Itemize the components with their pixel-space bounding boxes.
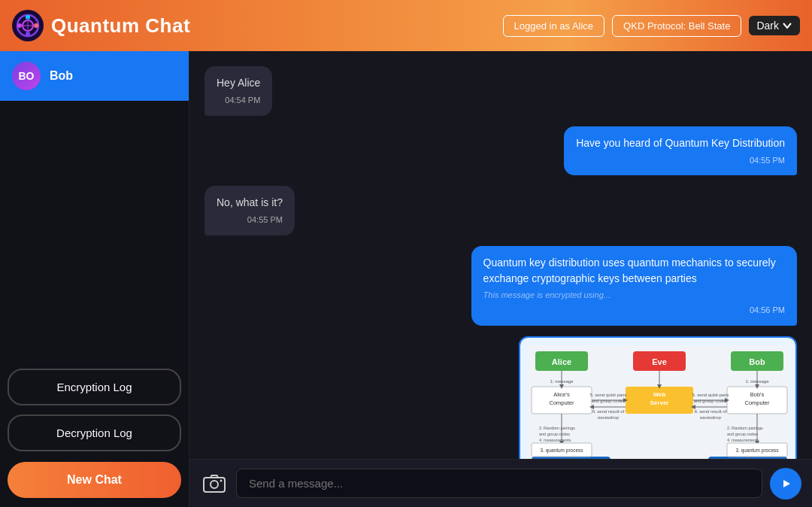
avatar-bob: BO bbox=[12, 62, 41, 90]
bubble-time-3: 04:55 PM bbox=[217, 214, 283, 226]
svg-text:Computer: Computer bbox=[745, 399, 770, 406]
svg-text:Bob: Bob bbox=[749, 357, 765, 366]
logged-in-badge: Logged in as Alice bbox=[503, 15, 605, 37]
bubble-text-3: No, what is it? bbox=[217, 195, 283, 211]
bubble-text-1: Hey Alice bbox=[217, 75, 260, 91]
svg-text:Web: Web bbox=[653, 391, 666, 398]
svg-text:4. measurements: 4. measurements bbox=[539, 438, 571, 442]
app-logo-icon bbox=[12, 10, 44, 41]
theme-label: Dark bbox=[756, 20, 779, 32]
chat-area: Hey Alice 04:54 PM Have you heard of Qua… bbox=[189, 51, 812, 507]
message-row-1: Hey Alice 04:54 PM bbox=[205, 66, 797, 116]
svg-text:and group codes: and group codes bbox=[694, 399, 728, 403]
input-bar bbox=[189, 459, 812, 507]
bubble-text-2: Have you heard of Quantum Key Distributi… bbox=[576, 135, 785, 151]
svg-text:2. Random pairings: 2. Random pairings bbox=[727, 426, 763, 430]
svg-text:6. send result of: 6. send result of bbox=[695, 409, 727, 414]
svg-text:Alice: Alice bbox=[552, 357, 571, 366]
svg-point-64 bbox=[211, 481, 218, 488]
svg-text:Alice's: Alice's bbox=[553, 391, 570, 398]
camera-icon bbox=[203, 474, 226, 493]
qkd-diagram-container: Alice Eve Bob Alice's Computer bbox=[520, 338, 795, 460]
bubble-1: Hey Alice 04:54 PM bbox=[205, 66, 272, 116]
svg-text:and group codes: and group codes bbox=[727, 432, 758, 436]
svg-text:1: message: 1: message bbox=[550, 379, 574, 384]
contact-item-bob[interactable]: BO Bob bbox=[0, 51, 189, 101]
new-chat-button[interactable]: New Chat bbox=[8, 462, 181, 498]
app-title: Quantum Chat bbox=[51, 14, 190, 38]
chevron-down-icon bbox=[782, 20, 792, 31]
svg-text:Eve: Eve bbox=[652, 357, 667, 366]
svg-text:and group codes: and group codes bbox=[592, 399, 626, 403]
svg-text:3. quantum process: 3. quantum process bbox=[735, 448, 779, 454]
send-button[interactable] bbox=[770, 468, 801, 499]
svg-text:2. Random pairings: 2. Random pairings bbox=[539, 426, 575, 430]
send-icon bbox=[778, 476, 793, 491]
contact-name-bob: Bob bbox=[50, 69, 73, 83]
qkd-diagram-bubble: Alice Eve Bob Alice's Computer bbox=[519, 336, 797, 460]
header-right-section: Logged in as Alice QKD Protocol: Bell St… bbox=[503, 15, 800, 37]
logo-container: Quantum Chat bbox=[12, 10, 190, 41]
svg-text:and group codes: and group codes bbox=[539, 432, 570, 436]
main-content: BO Bob Encryption Log Decryption Log New… bbox=[0, 51, 812, 507]
messages-container: Hey Alice 04:54 PM Have you heard of Qua… bbox=[189, 51, 812, 459]
bubble-2: Have you heard of Quantum Key Distributi… bbox=[564, 126, 797, 176]
svg-text:5. send qubit pairs: 5. send qubit pairs bbox=[692, 393, 729, 397]
message-row-4: Quantum key distribution uses quantum me… bbox=[205, 246, 797, 326]
bubble-text-4: Quantum key distribution uses quantum me… bbox=[483, 255, 785, 287]
bubble-time-1: 04:54 PM bbox=[217, 94, 260, 107]
svg-text:5. send qubit pairs: 5. send qubit pairs bbox=[589, 393, 626, 397]
svg-text:Bob's: Bob's bbox=[750, 391, 765, 398]
camera-button[interactable] bbox=[200, 469, 229, 498]
message-row-3: No, what is it? 04:55 PM bbox=[205, 186, 797, 235]
bubble-3: No, what is it? 04:55 PM bbox=[205, 186, 295, 235]
message-input[interactable] bbox=[236, 469, 762, 498]
svg-text:Server: Server bbox=[650, 399, 669, 406]
sidebar-buttons: Encryption Log Decryption Log New Chat bbox=[0, 364, 189, 507]
decryption-log-button[interactable]: Decryption Log bbox=[8, 414, 181, 451]
app-header: Quantum Chat Logged in as Alice QKD Prot… bbox=[0, 0, 812, 51]
bubble-time-4: 04:56 PM bbox=[483, 304, 785, 317]
sidebar: BO Bob Encryption Log Decryption Log New… bbox=[0, 51, 189, 507]
theme-selector[interactable]: Dark bbox=[749, 16, 800, 35]
svg-point-65 bbox=[220, 479, 223, 481]
svg-text:3. quantum process: 3. quantum process bbox=[540, 448, 583, 454]
svg-text:eavesdrop: eavesdrop bbox=[700, 415, 722, 420]
svg-text:eavesdrop: eavesdrop bbox=[598, 415, 620, 420]
svg-text:1: message: 1: message bbox=[745, 379, 769, 384]
svg-text:4. measurements: 4. measurements bbox=[727, 438, 759, 442]
qkd-protocol-badge: QKD Protocol: Bell State bbox=[612, 15, 741, 37]
message-row-2: Have you heard of Quantum Key Distributi… bbox=[205, 126, 797, 176]
svg-text:Computer: Computer bbox=[550, 399, 574, 406]
encryption-log-button[interactable]: Encryption Log bbox=[8, 369, 181, 405]
svg-text:6. send result of: 6. send result of bbox=[592, 409, 625, 414]
bubble-time-2: 04:55 PM bbox=[576, 154, 785, 167]
contact-list: BO Bob bbox=[0, 51, 189, 364]
bubble-4: Quantum key distribution uses quantum me… bbox=[471, 246, 797, 326]
encrypt-note-4: This message is encrypted using... bbox=[483, 289, 785, 302]
message-row-5: Alice Eve Bob Alice's Computer bbox=[205, 336, 797, 460]
qkd-diagram-svg: Alice Eve Bob Alice's Computer bbox=[528, 345, 791, 460]
